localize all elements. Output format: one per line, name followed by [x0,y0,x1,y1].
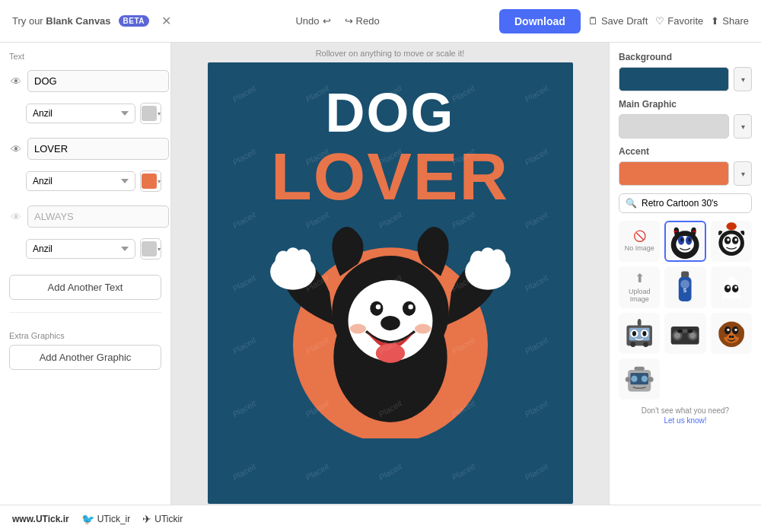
text-input-3[interactable] [27,205,169,228]
svg-point-70 [728,335,735,340]
color-arrow-3: ▾ [158,246,161,253]
visibility-toggle-2[interactable]: 👁 [9,142,23,157]
graphic-placeholder-6 [666,314,704,352]
graphic-placeholder-5 [620,314,658,352]
graphic-placeholder-1 [666,222,704,260]
close-button[interactable]: ✕ [157,12,176,30]
dog-text[interactable]: DOG [325,85,454,140]
share-button[interactable]: ⬆ Share [711,15,749,27]
font-select-3[interactable]: Anzil [26,239,135,259]
top-bar-center: Undo ↩ ↪ Redo [291,12,384,30]
main-graphic-color-row: ▾ [619,114,752,139]
main-graphic-color-bar[interactable] [619,114,729,139]
redo-button[interactable]: ↪ Redo [340,12,384,30]
graphic-cell-3[interactable]: S [664,266,705,307]
background-color-bar[interactable] [619,67,729,91]
graphic-cell-4[interactable] [711,266,752,307]
canvas-background: Placeit Placeit Placeit Placeit Placeit … [208,62,573,504]
svg-point-19 [375,343,404,363]
right-panel: Background ▾ Main Graphic ▾ Accent ▾ 🔍 🚫 [609,43,761,532]
font-select-1[interactable]: Anzil [26,104,135,123]
graphic-cell-2[interactable] [711,221,752,262]
favorite-button[interactable]: ♡ Favorite [655,15,703,27]
svg-point-34 [734,238,737,241]
svg-point-72 [731,336,734,338]
telegram-icon: ✈ [142,513,151,525]
background-color-row: ▾ [619,67,752,91]
font-row-2: Anzil ▾ [26,170,161,192]
svg-point-16 [375,304,380,309]
svg-point-5 [295,249,310,270]
visibility-toggle-3[interactable]: 👁 [9,209,23,225]
svg-point-28 [689,237,691,241]
mascot-area[interactable] [269,195,512,438]
graphic-placeholder-7 [712,314,750,352]
footer-twitter: 🐦 UTick_ir [81,513,131,525]
accent-label: Accent [619,146,752,157]
svg-point-42 [727,286,729,288]
svg-point-69 [734,329,737,331]
canvas-hint: Rollover on anything to move or scale it… [316,49,465,58]
main-graphic-dropdown-button[interactable]: ▾ [734,114,752,139]
download-button[interactable]: Download [499,9,581,33]
add-another-graphic-button[interactable]: Add Another Graphic [9,345,161,370]
graphic-placeholder-2 [712,222,750,260]
svg-point-46 [630,342,635,348]
font-select-2[interactable]: Anzil [26,171,135,191]
graphic-placeholder-8 [620,360,658,398]
graphic-cell-upload[interactable]: ⬆ Upload Image [619,266,660,307]
svg-point-21 [415,324,431,334]
top-bar: Try our Blank Canvas BETA ✕ Undo ↩ ↪ Red… [0,0,761,43]
beta-badge: BETA [119,15,149,27]
svg-point-61 [688,330,693,333]
footer: www.UTick.ir 🐦 UTick_ir ✈ UTickir [0,505,761,532]
svg-point-52 [632,331,636,336]
add-another-text-button[interactable]: Add Another Text [9,275,161,300]
svg-point-40 [724,285,731,292]
graphics-grid: 🚫 No Image [619,221,752,400]
graphic-cell-no-image[interactable]: 🚫 No Image [619,221,660,262]
svg-point-56 [674,333,680,339]
extra-graphics-label: Extra Graphics [9,331,161,340]
svg-rect-59 [683,330,688,333]
let-us-know-link[interactable]: Let us know! [619,416,752,425]
graphic-cell-8[interactable] [619,358,660,400]
text-input-2[interactable] [27,138,169,160]
text-input-1[interactable] [27,70,169,92]
canvas-frame[interactable]: Placeit Placeit Placeit Placeit Placeit … [208,62,573,504]
svg-point-17 [408,304,412,309]
file-icon: 🗒 [588,15,598,27]
svg-point-43 [734,286,737,288]
graphic-cell-5[interactable] [619,313,660,354]
color-swatch-1[interactable]: ▾ [140,103,161,124]
graphic-placeholder-3: S [666,268,704,306]
svg-point-58 [689,333,696,339]
left-panel: Text 👁 Anzil ▾ 👁 Anzil ▾ [0,43,171,532]
graphic-search-input[interactable] [642,198,756,209]
no-image-icon: 🚫 [633,230,646,242]
save-draft-button[interactable]: 🗒 Save Draft [588,15,648,27]
share-icon: ⬆ [711,15,719,27]
text-row-3: 👁 [9,205,161,228]
color-swatch-2[interactable]: ▾ [140,170,161,192]
upload-icon: ⬆ [635,271,645,285]
undo-button[interactable]: Undo ↩ [291,12,335,30]
svg-point-27 [681,237,683,241]
graphic-cell-1[interactable] [664,221,705,262]
text-row-2: 👁 [9,138,161,160]
svg-point-79 [648,377,654,382]
redo-icon: ↪ [345,15,353,27]
background-label: Background [619,52,752,62]
svg-point-53 [642,331,646,336]
background-dropdown-button[interactable]: ▾ [734,67,752,91]
main-layout: Text 👁 Anzil ▾ 👁 Anzil ▾ [0,43,761,532]
top-bar-right: Download 🗒 Save Draft ♡ Favorite ⬆ Share [499,9,749,33]
graphic-cell-7[interactable] [711,313,752,354]
accent-color-bar[interactable] [619,161,729,186]
svg-point-41 [732,285,738,292]
graphic-cell-6[interactable] [664,313,705,354]
svg-point-68 [727,329,729,331]
visibility-toggle-1[interactable]: 👁 [9,74,23,89]
accent-dropdown-button[interactable]: ▾ [734,161,752,186]
color-swatch-3[interactable]: ▾ [140,238,161,260]
